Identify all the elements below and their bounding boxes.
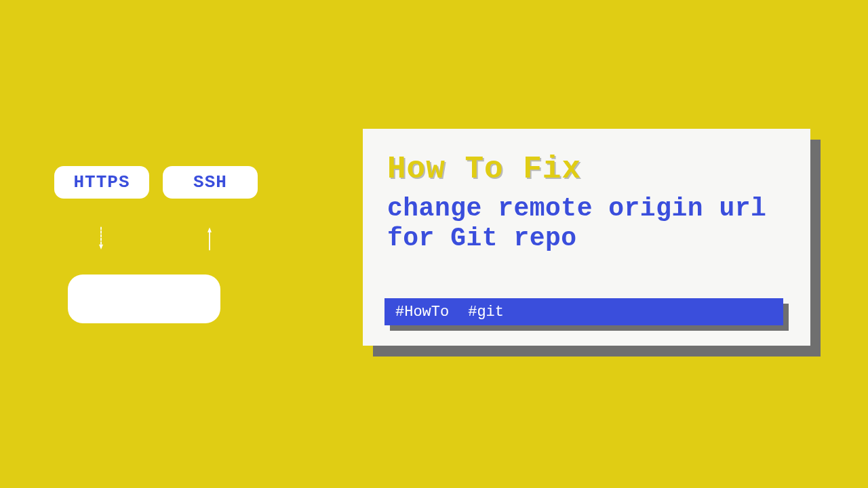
tag-item: #git [468, 304, 504, 321]
info-card: How To Fix change remote origin url for … [363, 129, 810, 346]
tag-bar: #HowTo #git [384, 298, 783, 325]
https-pill: HTTPS [54, 166, 149, 199]
protocol-diagram: HTTPS SSH [47, 166, 271, 329]
svg-marker-2 [208, 228, 212, 232]
repo-box [68, 274, 220, 323]
https-label: HTTPS [73, 172, 130, 192]
arrow-up-solid-icon [208, 201, 212, 276]
card-title: How To Fix [387, 152, 786, 187]
card-subtitle: change remote origin url for Git repo [387, 194, 786, 253]
ssh-label: SSH [193, 172, 227, 192]
svg-marker-1 [99, 245, 103, 249]
tag-item: #HowTo [395, 304, 449, 321]
arrow-down-dashed-icon [99, 201, 103, 276]
ssh-pill: SSH [163, 166, 258, 199]
